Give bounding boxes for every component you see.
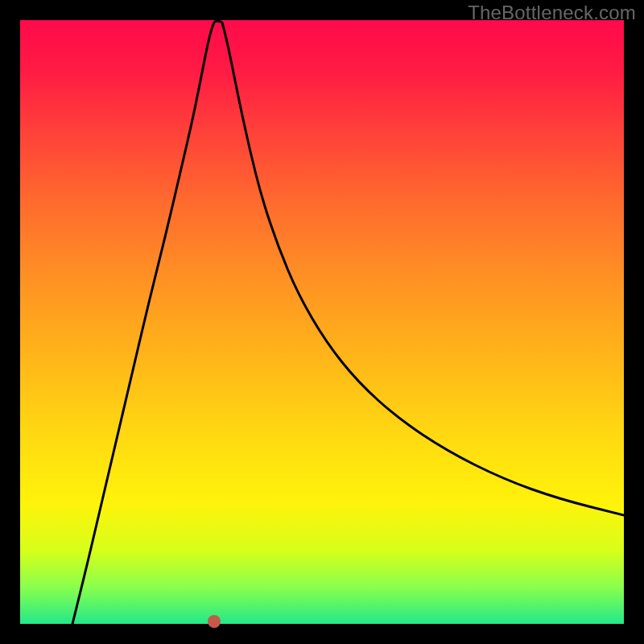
bottleneck-curve [20, 20, 624, 624]
optimum-marker-dot [208, 615, 221, 628]
watermark-text: TheBottleneck.com [468, 2, 636, 24]
curve-path [72, 21, 624, 624]
